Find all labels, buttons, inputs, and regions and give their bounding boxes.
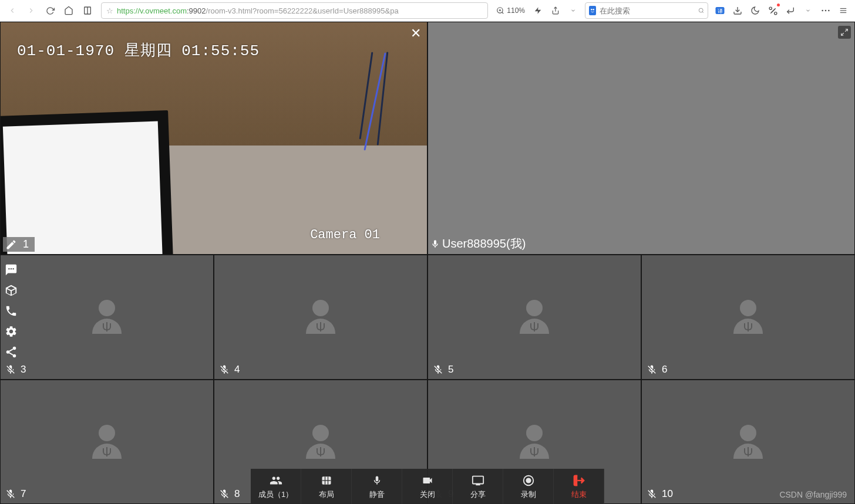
search-input[interactable] xyxy=(600,6,698,15)
layout-label: 布局 xyxy=(319,489,334,500)
svg-line-34 xyxy=(9,349,13,351)
avatar-placeholder-icon xyxy=(733,300,763,334)
svg-point-16 xyxy=(774,12,776,14)
zoom-value: 110% xyxy=(507,6,525,15)
svg-text:译: 译 xyxy=(718,8,723,14)
svg-point-40 xyxy=(526,478,530,482)
tile-badge: 4 xyxy=(217,363,242,377)
forward-button[interactable] xyxy=(22,2,40,19)
more-icon[interactable] xyxy=(817,2,834,19)
record-button[interactable]: 录制 xyxy=(503,469,554,504)
svg-point-29 xyxy=(12,268,14,269)
search-engine-icon xyxy=(589,6,596,15)
svg-point-30 xyxy=(13,347,16,350)
undo-icon[interactable] xyxy=(782,2,799,19)
svg-point-9 xyxy=(593,9,594,11)
address-bar[interactable]: ☆ https://v.ovmeet.com:9902/room-v3.html… xyxy=(101,2,488,19)
video-tile-self[interactable]: User888995(我) xyxy=(428,22,855,255)
download-icon[interactable] xyxy=(729,2,746,19)
meeting-area: 01-01-1970 星期四 01:55:55 Camera 01 ✕ 1 Us… xyxy=(0,22,855,504)
chevron-down-icon[interactable] xyxy=(565,2,581,19)
tile-badge: 7 xyxy=(3,487,28,501)
exit-icon xyxy=(572,473,586,488)
share-label: 分享 xyxy=(470,489,486,500)
members-label: 成员（1） xyxy=(258,489,293,500)
search-icon xyxy=(698,6,704,15)
side-action-column xyxy=(4,262,19,360)
watermark: CSDN @fangji999 xyxy=(779,490,847,499)
participant-number: 1 xyxy=(23,238,29,251)
tile-number: 6 xyxy=(662,364,667,376)
tile-badge: 8 xyxy=(217,487,242,501)
record-icon xyxy=(522,473,535,488)
members-button[interactable]: 成员（1） xyxy=(251,469,301,504)
camera-timestamp: 01-01-1970 星期四 01:55:55 xyxy=(17,40,260,60)
mic-icon xyxy=(430,238,440,250)
svg-point-19 xyxy=(822,10,823,12)
translate-icon[interactable]: 译 xyxy=(712,2,728,19)
svg-line-11 xyxy=(702,12,703,13)
video-tile-empty[interactable]: 7 xyxy=(0,380,214,505)
dark-mode-icon[interactable] xyxy=(747,2,763,19)
svg-point-15 xyxy=(769,7,772,9)
video-icon xyxy=(420,473,435,488)
share-screen-button[interactable]: 分享 xyxy=(453,469,503,504)
video-tile-empty[interactable]: 3 xyxy=(0,255,214,380)
camera-label: Camera 01 xyxy=(310,228,380,242)
video-toggle-button[interactable]: 关闭 xyxy=(402,469,453,504)
mute-button[interactable]: 静音 xyxy=(352,469,402,504)
back-button[interactable] xyxy=(4,2,21,19)
video-tile-camera[interactable]: 01-01-1970 星期四 01:55:55 Camera 01 ✕ 1 xyxy=(0,22,428,255)
svg-point-10 xyxy=(699,8,703,12)
tile-number: 10 xyxy=(662,488,673,500)
tile-number: 4 xyxy=(234,364,240,376)
url-text: https://v.ovmeet.com:9902/room-v3.html?r… xyxy=(117,6,483,15)
bottom-toolbar: 成员（1） 布局 静音 关闭 分享 录制 结束 xyxy=(251,469,604,504)
svg-point-8 xyxy=(591,9,593,11)
video-toggle-label: 关闭 xyxy=(420,489,435,500)
share-nodes-icon[interactable] xyxy=(4,344,19,360)
svg-line-26 xyxy=(841,33,844,35)
chat-icon[interactable] xyxy=(4,262,19,278)
video-tile-empty[interactable]: 5 xyxy=(428,255,641,380)
record-label: 录制 xyxy=(521,489,536,500)
video-tile-empty[interactable]: 4 xyxy=(214,255,428,380)
chevron-down-icon-2[interactable] xyxy=(800,2,816,19)
flash-icon[interactable] xyxy=(530,2,546,19)
svg-point-28 xyxy=(11,268,12,269)
monitor-icon xyxy=(470,473,486,488)
zoom-indicator[interactable]: 110% xyxy=(496,6,525,15)
layout-button[interactable]: 布局 xyxy=(301,469,352,504)
video-tile-empty[interactable]: 6 xyxy=(641,255,855,380)
mic-icon xyxy=(372,473,382,488)
reload-button[interactable] xyxy=(41,2,59,19)
svg-marker-6 xyxy=(535,7,541,14)
gear-icon[interactable] xyxy=(4,324,19,339)
tile-number: 3 xyxy=(21,364,26,376)
phone-icon[interactable] xyxy=(4,303,19,319)
end-meeting-button[interactable]: 结束 xyxy=(554,469,604,504)
bookmark-star-icon[interactable]: ☆ xyxy=(106,6,113,15)
share-page-icon[interactable] xyxy=(547,2,564,19)
avatar-placeholder-icon xyxy=(520,425,549,459)
edit-icon xyxy=(5,239,17,251)
avatar-placeholder-icon xyxy=(306,425,335,459)
library-button[interactable] xyxy=(79,2,96,19)
tile-number: 8 xyxy=(234,488,240,500)
hamburger-menu-icon[interactable] xyxy=(835,2,851,19)
screenshot-icon[interactable] xyxy=(765,2,781,19)
zoom-icon xyxy=(496,6,504,15)
expand-icon[interactable] xyxy=(838,26,851,39)
participant-badge[interactable]: 1 xyxy=(3,237,35,252)
tile-badge: 10 xyxy=(644,487,675,501)
mic-muted-icon xyxy=(5,488,16,500)
close-tile-icon[interactable]: ✕ xyxy=(410,26,421,41)
search-box[interactable] xyxy=(585,2,708,19)
cube-icon[interactable] xyxy=(4,283,19,298)
mic-muted-icon xyxy=(5,364,16,376)
video-tile-empty[interactable]: 10 xyxy=(641,380,855,505)
tile-badge: 5 xyxy=(430,363,456,377)
home-button[interactable] xyxy=(60,2,78,19)
self-user-label: User888995(我) xyxy=(430,236,526,252)
mic-muted-icon xyxy=(433,364,443,376)
